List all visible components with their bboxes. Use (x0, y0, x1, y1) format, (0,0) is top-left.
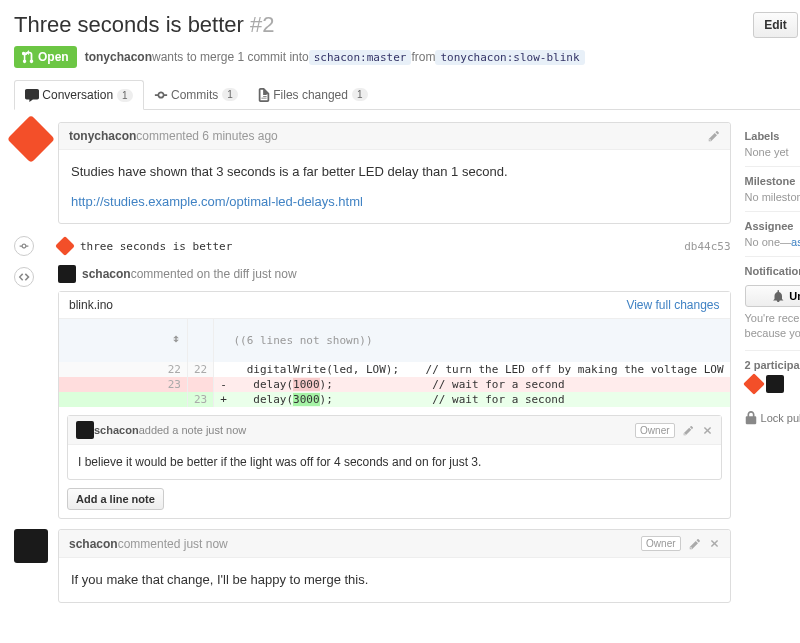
inline-note-author[interactable]: schacon (94, 424, 139, 436)
merge-state-row: Open tonychacon wants to merge 1 commit … (14, 46, 800, 68)
state-open-badge: Open (14, 46, 77, 68)
diff-table: ((6 lines not shown)) 2222 digitalWrite(… (59, 319, 730, 407)
avatar-tonychacon[interactable] (14, 122, 48, 156)
labels-heading: Labels (745, 130, 780, 142)
commit-row[interactable]: three seconds is better db44c53 (58, 234, 731, 265)
commits-icon (154, 88, 168, 102)
comment-author[interactable]: schacon (69, 537, 118, 551)
avatar-schacon-small[interactable] (76, 421, 94, 439)
close-icon[interactable] (709, 538, 720, 549)
assign-yourself-link[interactable]: assign yourself (791, 236, 800, 248)
comment-2: schacon commented just now Owner If you … (58, 529, 731, 603)
expand-icon[interactable] (171, 333, 181, 345)
comment-icon (25, 88, 39, 102)
assignee-value: No one—assign yourself (745, 236, 800, 248)
owner-badge: Owner (641, 536, 680, 551)
close-icon[interactable] (702, 425, 713, 436)
view-full-changes-link[interactable]: View full changes (626, 298, 719, 312)
issue-title: Three seconds is better (14, 12, 244, 37)
unsubscribe-button[interactable]: Unsubscribe (745, 285, 800, 307)
notifications-sub: You're receiving notifications because y… (745, 311, 800, 342)
lock-pull-request[interactable]: Lock pull request (745, 411, 800, 425)
git-icon (55, 236, 75, 256)
comment-body-link[interactable]: http://studies.example.com/optimal-led-d… (71, 194, 363, 209)
inline-note-body: I believe it would be better if the ligh… (68, 445, 721, 479)
merge-author[interactable]: tonychacon (85, 50, 152, 64)
owner-badge: Owner (635, 423, 674, 438)
notifications-heading: Notifications (745, 265, 800, 277)
avatar-schacon-small[interactable] (58, 265, 76, 283)
pull-request-icon (22, 50, 34, 64)
commit-message: three seconds is better (80, 240, 232, 253)
comment-1: tonychacon commented 6 minutes ago Studi… (58, 122, 731, 224)
participant-schacon[interactable] (766, 375, 784, 393)
mute-icon (773, 290, 785, 302)
participants-heading: 2 participants (745, 359, 800, 371)
diff-comment-author[interactable]: schacon (82, 267, 131, 281)
labels-value: None yet (745, 146, 789, 158)
diff-del-line: - delay(1000); // wait for a second (214, 377, 730, 392)
head-branch[interactable]: tonychacon:slow-blink (435, 50, 584, 65)
pencil-icon[interactable] (683, 425, 694, 436)
milestone-value: No milestone (745, 191, 800, 203)
avatar-schacon[interactable] (14, 529, 48, 563)
issue-number: #2 (250, 12, 274, 37)
comment-author[interactable]: tonychacon (69, 129, 136, 143)
code-icon (18, 271, 30, 283)
milestone-heading: Milestone (745, 175, 796, 187)
edit-button[interactable]: Edit (753, 12, 798, 38)
diff-filename[interactable]: blink.ino (69, 298, 113, 312)
comment-body-text: Studies have shown that 3 seconds is a f… (71, 162, 718, 182)
base-branch[interactable]: schacon:master (309, 50, 412, 65)
lock-icon (745, 411, 757, 425)
diff-file: blink.ino View full changes ((6 lines no… (58, 291, 731, 519)
commits-icon (19, 241, 29, 251)
tab-files[interactable]: Files changed 1 (248, 81, 378, 109)
tab-conversation[interactable]: Conversation 1 (14, 80, 144, 110)
assignee-heading: Assignee (745, 220, 794, 232)
tab-commits[interactable]: Commits 1 (144, 81, 248, 109)
participant-tonychacon[interactable] (743, 373, 765, 395)
page-title: Three seconds is better #2 (14, 12, 747, 38)
file-diff-icon (258, 88, 270, 102)
add-line-note-button[interactable]: Add a line note (67, 488, 164, 510)
inline-note: schacon added a note just now Owner I be… (67, 415, 722, 480)
pencil-icon[interactable] (689, 538, 701, 550)
diff-add-line: + delay(3000); // wait for a second (214, 392, 730, 407)
pencil-icon[interactable] (708, 130, 720, 142)
commit-sha[interactable]: db44c53 (684, 240, 730, 253)
comment-body-text: If you make that change, I'll be happy t… (59, 558, 730, 602)
